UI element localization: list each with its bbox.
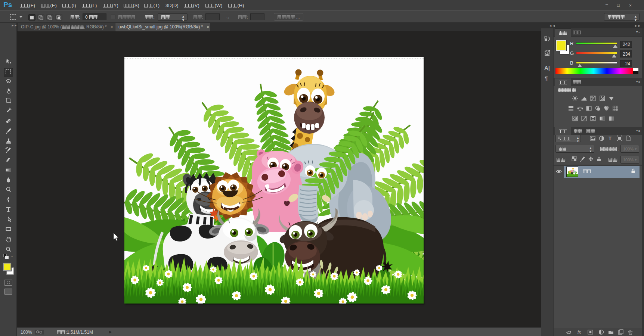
svg-text:fx: fx [578,330,581,335]
svg-text:T: T [609,136,612,141]
